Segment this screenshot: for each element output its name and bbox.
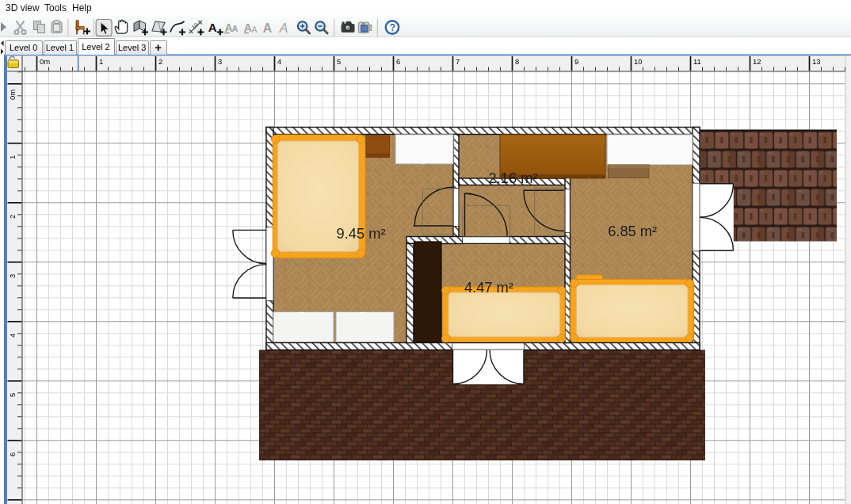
svg-text:2.16 m²: 2.16 m² [489, 170, 538, 186]
svg-text:5: 5 [337, 57, 341, 66]
svg-text:3: 3 [8, 274, 17, 278]
svg-text:9.45 m²: 9.45 m² [337, 225, 386, 242]
svg-text:1: 1 [99, 57, 103, 66]
svg-text:9: 9 [574, 57, 578, 66]
svg-text:4.47 m²: 4.47 m² [464, 279, 513, 296]
svg-text:10: 10 [634, 57, 643, 66]
svg-text:A: A [231, 23, 238, 32]
svg-text:A: A [208, 20, 217, 33]
svg-text:12: 12 [753, 57, 761, 66]
svg-text:6: 6 [396, 57, 400, 66]
svg-text:11: 11 [693, 57, 701, 66]
svg-text:0m: 0m [8, 90, 17, 100]
svg-text:A: A [252, 25, 258, 33]
svg-text:10: 10 [190, 21, 199, 30]
svg-text:8: 8 [515, 57, 519, 66]
svg-text:A: A [279, 21, 288, 34]
svg-text:7: 7 [456, 57, 460, 66]
svg-text:13: 13 [812, 57, 821, 66]
svg-text:4: 4 [277, 57, 281, 66]
svg-text:6: 6 [8, 452, 17, 456]
svg-text:3: 3 [218, 57, 222, 66]
svg-text:2: 2 [158, 57, 162, 66]
svg-text:?: ? [390, 22, 395, 33]
svg-text:1: 1 [8, 155, 17, 159]
svg-text:A: A [263, 21, 273, 34]
svg-text:0m: 0m [40, 57, 50, 66]
svg-text:2: 2 [8, 215, 17, 219]
svg-text:4: 4 [8, 334, 17, 338]
svg-text:5: 5 [8, 393, 17, 397]
svg-text:6.85 m²: 6.85 m² [608, 223, 657, 239]
svg-text:A: A [244, 21, 252, 33]
